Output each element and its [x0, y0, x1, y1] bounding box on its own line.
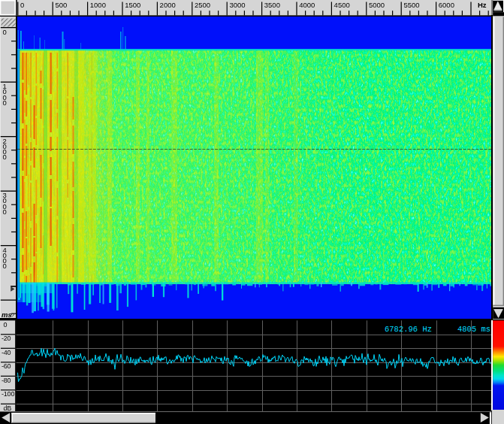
svg-text:2000: 2000: [160, 1, 176, 9]
svg-text:-20: -20: [2, 335, 11, 342]
svg-text:6782.96 Hz: 6782.96 Hz: [385, 325, 432, 334]
svg-text:4805 ms: 4805 ms: [457, 325, 490, 334]
svg-text:0: 0: [3, 28, 7, 36]
svg-text:3500: 3500: [264, 1, 280, 9]
svg-text:dB: dB: [4, 404, 12, 412]
svg-text:2500: 2500: [195, 1, 210, 9]
svg-text:0: 0: [4, 321, 8, 329]
svg-text:1000: 1000: [90, 1, 106, 9]
svg-text:ms: ms: [2, 310, 12, 319]
svg-text:0: 0: [20, 1, 24, 9]
svg-text:1500: 1500: [125, 1, 140, 9]
svg-text:500: 500: [55, 1, 67, 9]
svg-text:5000: 5000: [369, 1, 385, 9]
svg-text:4000: 4000: [299, 1, 315, 9]
svg-text:3000: 3000: [229, 1, 245, 9]
svg-text:5500: 5500: [403, 1, 419, 9]
svg-text:0: 0: [3, 207, 7, 216]
svg-text:6000: 6000: [439, 1, 454, 9]
svg-text:-40: -40: [2, 349, 11, 356]
svg-text:0: 0: [3, 262, 7, 270]
svg-text:-100: -100: [2, 390, 14, 398]
svg-text:4500: 4500: [334, 1, 350, 9]
svg-text:0: 0: [3, 153, 7, 161]
svg-text:0: 0: [3, 98, 7, 107]
svg-text:-80: -80: [2, 377, 11, 384]
svg-text:-60: -60: [2, 362, 11, 370]
svg-text:Hz: Hz: [478, 1, 487, 9]
